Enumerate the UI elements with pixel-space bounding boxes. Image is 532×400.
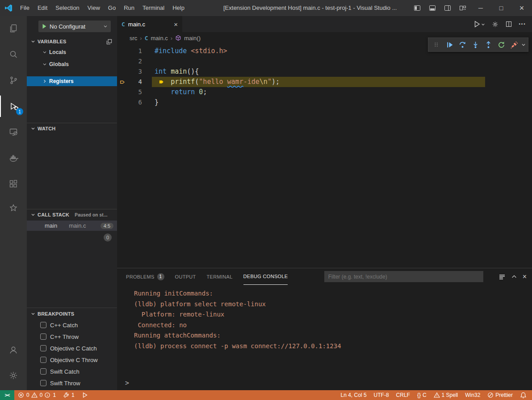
run-file-icon[interactable] bbox=[473, 20, 485, 28]
tools-status[interactable]: 1 bbox=[59, 390, 78, 400]
chevron-down-icon[interactable] bbox=[521, 42, 526, 47]
close-panel-icon[interactable]: × bbox=[523, 273, 527, 281]
code-line-text[interactable]: } bbox=[155, 97, 159, 108]
restart-button[interactable] bbox=[495, 39, 507, 50]
step-into-button[interactable] bbox=[469, 39, 481, 50]
maximize-button[interactable]: □ bbox=[491, 0, 511, 16]
code-line-current[interactable]: 4 printf("hello wamr-ide\n"); bbox=[117, 77, 532, 87]
checkbox-unchecked[interactable] bbox=[40, 357, 46, 363]
breakpoint-item[interactable]: C++ Throw bbox=[27, 331, 117, 342]
toggle-sidebar-icon[interactable] bbox=[410, 0, 425, 16]
tab-debug-console[interactable]: DEBUG CONSOLE bbox=[243, 268, 288, 285]
activity-star[interactable] bbox=[0, 197, 27, 219]
continue-button[interactable] bbox=[444, 39, 455, 50]
step-over-button[interactable] bbox=[457, 39, 468, 50]
code-line[interactable]: 3 int main(){ bbox=[117, 67, 532, 77]
breakpoint-item[interactable]: Swift Catch bbox=[27, 366, 117, 377]
activity-explorer[interactable] bbox=[0, 18, 27, 39]
toggle-secondary-sidebar-icon[interactable] bbox=[440, 0, 455, 16]
menu-help[interactable]: Help bbox=[168, 0, 189, 16]
checkbox-unchecked[interactable] bbox=[40, 322, 46, 328]
breakpoints-section-header[interactable]: BREAKPOINTS bbox=[27, 309, 117, 319]
menu-go[interactable]: Go bbox=[104, 0, 120, 16]
toggle-panel-icon[interactable] bbox=[425, 0, 440, 16]
menu-terminal[interactable]: Terminal bbox=[138, 0, 168, 16]
spell-checker-status[interactable]: 1 Spell bbox=[430, 390, 462, 400]
encoding-indicator[interactable]: UTF-8 bbox=[370, 390, 393, 400]
breakpoint-item[interactable]: Objective C Throw bbox=[27, 354, 117, 365]
code-line[interactable]: 2 bbox=[117, 56, 532, 67]
code-line-text[interactable]: int main(){ bbox=[155, 67, 199, 77]
watch-section-header[interactable]: WATCH bbox=[27, 124, 117, 133]
call-stack-section-header[interactable]: CALL STACK Paused on st... bbox=[27, 210, 117, 220]
breakpoint-item[interactable]: C++ Catch bbox=[27, 320, 117, 330]
debug-status[interactable] bbox=[78, 390, 92, 400]
menu-edit[interactable]: Edit bbox=[34, 0, 51, 16]
tab-terminal[interactable]: TERMINAL bbox=[207, 268, 233, 285]
code-line-text[interactable]: #include <stdio.h> bbox=[155, 46, 227, 56]
console-menu-icon[interactable] bbox=[498, 273, 506, 280]
activity-run-debug[interactable]: 1 bbox=[0, 96, 27, 117]
split-editor-icon[interactable] bbox=[505, 21, 512, 28]
checkbox-unchecked[interactable] bbox=[40, 345, 46, 351]
tab-output[interactable]: OUTPUT bbox=[175, 268, 196, 285]
breakpoint-gutter[interactable] bbox=[120, 97, 127, 108]
code-line-text[interactable]: return 0; bbox=[155, 87, 207, 97]
more-actions-icon[interactable]: ··· bbox=[519, 20, 526, 28]
tab-close-icon[interactable]: × bbox=[174, 21, 178, 28]
maximize-panel-icon[interactable] bbox=[511, 274, 517, 280]
checkbox-unchecked[interactable] bbox=[40, 380, 46, 386]
checkbox-unchecked[interactable] bbox=[40, 368, 46, 375]
call-stack-frame[interactable]: main main.c 4:5 bbox=[27, 221, 117, 231]
breakpoint-item[interactable]: Objective C Catch bbox=[27, 343, 117, 354]
cursor-position[interactable]: Ln 4, Col 5 bbox=[337, 390, 370, 400]
activity-settings[interactable] bbox=[0, 365, 27, 386]
breakpoint-gutter[interactable] bbox=[120, 46, 127, 56]
problems-status[interactable]: 0 0 1 bbox=[14, 390, 59, 400]
platform-indicator[interactable]: Win32 bbox=[461, 390, 484, 400]
activity-remote-explorer[interactable] bbox=[0, 121, 27, 143]
breakpoint-item[interactable]: Swift Throw bbox=[27, 378, 117, 388]
menu-view[interactable]: View bbox=[84, 0, 104, 16]
variables-locals[interactable]: Locals bbox=[27, 47, 117, 57]
menu-file[interactable]: File bbox=[16, 0, 34, 16]
language-mode[interactable]: {} C bbox=[414, 390, 430, 400]
formatter-status[interactable]: Prettier bbox=[484, 390, 516, 400]
activity-extensions[interactable] bbox=[0, 173, 27, 195]
eol-indicator[interactable]: CRLF bbox=[393, 390, 414, 400]
breadcrumb-folder[interactable]: src bbox=[130, 35, 137, 42]
code-line[interactable]: 5 return 0; bbox=[117, 87, 532, 97]
breakpoint-gutter[interactable] bbox=[120, 87, 127, 97]
notifications-bell[interactable] bbox=[516, 390, 532, 400]
activity-source-control[interactable] bbox=[0, 70, 27, 91]
activity-search[interactable] bbox=[0, 44, 27, 65]
checkbox-unchecked[interactable] bbox=[40, 333, 46, 340]
step-out-button[interactable] bbox=[482, 39, 494, 50]
tab-problems[interactable]: PROBLEMS 1 bbox=[126, 268, 164, 285]
console-filter-input[interactable] bbox=[324, 271, 483, 282]
breadcrumb-file[interactable]: main.c bbox=[151, 35, 168, 42]
menu-run[interactable]: Run bbox=[120, 0, 138, 16]
collapse-all-icon[interactable] bbox=[106, 38, 113, 45]
breakpoint-gutter[interactable] bbox=[120, 56, 127, 67]
disconnect-button[interactable] bbox=[508, 39, 520, 50]
variables-registers[interactable]: Registers bbox=[27, 76, 117, 86]
code-editor[interactable]: 1 #include <stdio.h> 2 3 int main(){ 4 p… bbox=[117, 44, 532, 284]
activity-docker[interactable] bbox=[0, 147, 27, 169]
variables-globals[interactable]: Globals bbox=[27, 59, 117, 69]
variables-section-header[interactable]: VARIABLES bbox=[27, 37, 117, 46]
tab-main-c[interactable]: C main.c × bbox=[117, 16, 182, 32]
breakpoint-gutter[interactable] bbox=[120, 67, 127, 77]
customize-layout-icon[interactable] bbox=[455, 0, 470, 16]
debug-console-input[interactable]: > bbox=[117, 378, 532, 388]
menu-selection[interactable]: Selection bbox=[51, 0, 83, 16]
remote-indicator[interactable]: >< bbox=[0, 390, 14, 400]
activity-account[interactable] bbox=[0, 339, 27, 361]
start-debugging-icon[interactable] bbox=[41, 23, 47, 29]
toolbar-drag-grip[interactable] bbox=[431, 39, 442, 50]
debug-config-select[interactable]: No Configurat bbox=[38, 21, 111, 32]
code-line[interactable]: 6 } bbox=[117, 97, 532, 108]
configure-gear-icon[interactable] bbox=[491, 21, 499, 28]
code-line-text[interactable]: printf("hello wamr-ide\n"); bbox=[155, 77, 280, 87]
close-button[interactable]: × bbox=[511, 0, 532, 16]
